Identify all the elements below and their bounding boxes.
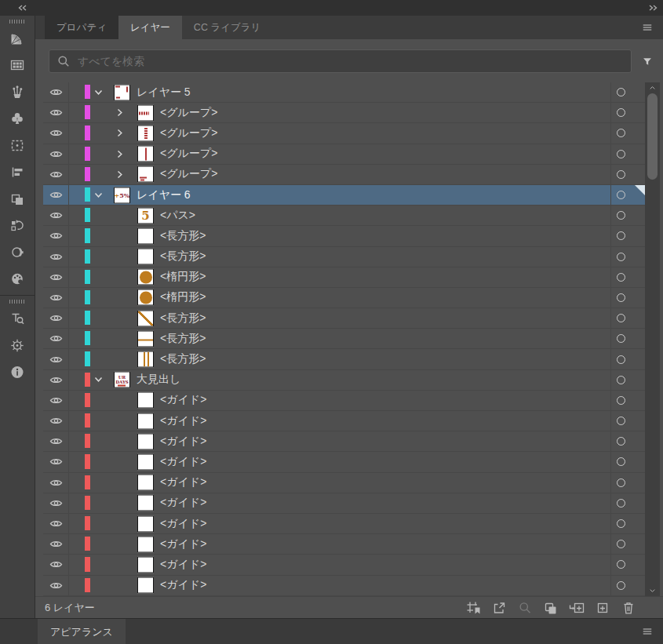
layer-thumbnail[interactable] [137, 330, 154, 347]
pattern-options-panel-button[interactable] [0, 132, 35, 158]
visibility-toggle[interactable] [43, 431, 69, 451]
target-circle[interactable] [617, 191, 625, 199]
layer-label[interactable]: <グループ> [160, 147, 217, 161]
expand-chevron[interactable] [93, 375, 103, 384]
layer-label[interactable]: <ガイド> [160, 496, 206, 510]
layer-label[interactable]: <長方形> [160, 332, 206, 346]
expand-chevron[interactable] [115, 580, 125, 590]
target-circle[interactable] [617, 129, 625, 137]
info-panel-button[interactable] [0, 358, 35, 385]
target-circle[interactable] [617, 108, 625, 117]
layer-thumbnail[interactable] [137, 166, 154, 183]
layer-label[interactable]: <パス> [160, 209, 195, 223]
layer-thumbnail[interactable] [137, 536, 154, 552]
expand-chevron[interactable] [115, 519, 125, 529]
filter-button[interactable] [638, 53, 657, 70]
layer-label[interactable]: <長方形> [160, 249, 206, 264]
layer-thumbnail[interactable] [137, 310, 154, 326]
expand-chevron[interactable] [115, 108, 125, 118]
layer-row[interactable]: <グループ> [43, 103, 645, 123]
target-circle[interactable] [617, 88, 625, 96]
layer-label[interactable]: <グループ> [160, 106, 217, 120]
target-circle[interactable] [617, 560, 625, 569]
expand-chevron[interactable] [93, 88, 103, 97]
layer-thumbnail[interactable] [137, 269, 154, 286]
layer-label[interactable]: <ガイド> [160, 455, 206, 469]
layer-label[interactable]: <楕円形> [160, 290, 206, 304]
layer-label[interactable]: <ガイド> [160, 578, 206, 592]
layer-label[interactable]: <ガイド> [160, 475, 206, 489]
layer-label[interactable]: <ガイド> [160, 558, 206, 572]
target-circle[interactable] [617, 293, 625, 302]
layer-row[interactable]: <楕円形> [43, 288, 645, 308]
layer-thumbnail[interactable] [137, 125, 154, 141]
layer-label[interactable]: <ガイド> [160, 435, 206, 449]
target-circle[interactable] [617, 253, 625, 261]
dock-drag-handle-2[interactable] [9, 300, 25, 304]
layer-label[interactable]: <グループ> [160, 167, 217, 181]
layer-thumbnail[interactable] [137, 289, 154, 306]
visibility-toggle[interactable] [43, 493, 69, 513]
visibility-toggle[interactable] [43, 144, 69, 164]
expand-chevron[interactable] [115, 129, 125, 138]
layer-thumbnail[interactable] [137, 351, 154, 368]
layer-thumbnail[interactable] [114, 84, 130, 100]
target-circle[interactable] [617, 417, 625, 425]
layer-row-selected[interactable]: +5% レイヤー 6 [43, 185, 645, 206]
target-circle[interactable] [617, 376, 625, 384]
layer-row[interactable]: <グループ> [43, 123, 645, 144]
new-layer-button[interactable] [595, 600, 610, 616]
dock-drag-handle[interactable] [9, 20, 25, 24]
target-circle[interactable] [617, 478, 625, 487]
layer-label[interactable]: <ガイド> [160, 393, 206, 407]
panel-menu-button[interactable] [638, 16, 657, 39]
expand-chevron[interactable] [115, 457, 125, 467]
target-circle[interactable] [617, 437, 625, 446]
layer-label[interactable]: レイヤー 6 [137, 188, 191, 202]
layer-thumbnail[interactable] [137, 453, 154, 470]
layer-row[interactable]: <ガイド> [43, 452, 645, 472]
search-input[interactable] [76, 54, 631, 68]
layer-row[interactable]: UR DAYS 大見出し [43, 370, 645, 391]
appearance-menu-button[interactable] [638, 624, 657, 639]
target-circle[interactable] [617, 540, 625, 548]
expand-chevron[interactable] [115, 540, 125, 549]
visibility-toggle[interactable] [43, 308, 69, 328]
layer-thumbnail[interactable] [137, 577, 154, 594]
visibility-toggle[interactable] [43, 555, 69, 574]
target-circle[interactable] [617, 457, 625, 466]
layer-thumbnail[interactable] [137, 146, 154, 162]
visibility-toggle[interactable] [43, 123, 69, 143]
find-font-panel-button[interactable] [0, 305, 35, 332]
layer-label[interactable]: <長方形> [160, 311, 206, 326]
expand-chevron[interactable] [93, 191, 103, 200]
visibility-toggle[interactable] [43, 82, 69, 102]
layer-row[interactable]: <ガイド> [43, 534, 645, 555]
layer-row[interactable]: <長方形> [43, 226, 645, 246]
layer-thumbnail[interactable] [137, 413, 154, 429]
layer-row[interactable]: <ガイド> [43, 514, 645, 534]
layer-row[interactable]: レイヤー 5 [43, 82, 645, 103]
target-circle[interactable] [617, 355, 625, 364]
layer-row[interactable]: <楕円形> [43, 267, 645, 288]
visibility-toggle[interactable] [43, 329, 69, 348]
delete-selection-button[interactable] [621, 600, 636, 616]
layer-row[interactable]: <長方形> [43, 308, 645, 329]
layer-row[interactable]: <ガイド> [43, 473, 645, 493]
layer-row[interactable]: <ガイド> [43, 555, 645, 575]
layer-row[interactable]: <グループ> [43, 165, 645, 185]
color-guide-panel-button[interactable] [0, 238, 35, 265]
layer-thumbnail[interactable] [137, 249, 154, 265]
layer-label[interactable]: <ガイド> [160, 414, 206, 428]
helm-panel-button[interactable] [0, 332, 35, 358]
visibility-toggle[interactable] [43, 452, 69, 471]
layer-thumbnail[interactable] [137, 475, 154, 491]
layer-label[interactable]: 大見出し [137, 373, 180, 387]
visibility-toggle[interactable] [43, 576, 69, 595]
expand-chevron[interactable] [115, 395, 125, 405]
target-circle[interactable] [617, 334, 625, 343]
collect-for-export-button[interactable] [465, 600, 481, 616]
pathfinder-panel-button[interactable] [0, 185, 35, 212]
layer-row[interactable]: <ガイド> [43, 576, 645, 596]
layer-row[interactable]: <長方形> [43, 329, 645, 349]
